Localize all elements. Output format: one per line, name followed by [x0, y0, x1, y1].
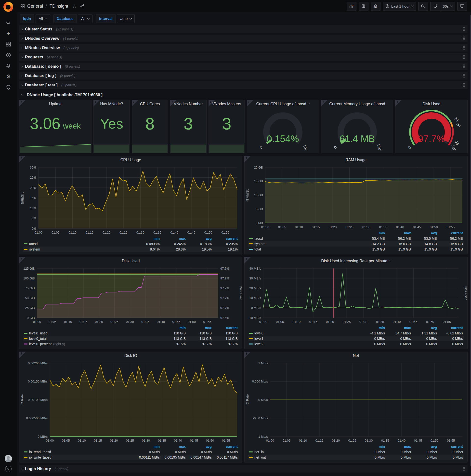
refresh-interval-dropdown[interactable]: 30s	[440, 2, 455, 11]
legend-series-name[interactable]: io_read_taosd	[29, 450, 51, 454]
variable-database-value[interactable]: All	[78, 14, 92, 23]
alerting-bell-icon[interactable]	[3, 60, 14, 71]
legend-column-current[interactable]: current	[437, 445, 463, 448]
panel-title[interactable]: Disk Used Increasing Rate per Minute	[245, 257, 467, 265]
legend-series-name[interactable]: taosd	[29, 242, 37, 246]
legend-series-name[interactable]: level0_used	[29, 331, 48, 335]
panel-title[interactable]: CPU Usage	[19, 156, 242, 164]
panel-info-icon[interactable]: i	[19, 156, 26, 162]
legend-column-avg[interactable]: avg	[186, 445, 212, 448]
user-avatar[interactable]	[5, 455, 12, 462]
legend-series-name[interactable]: taosd	[254, 237, 263, 240]
dashboard-settings-button[interactable]: ⚙	[371, 2, 381, 11]
row-login-history[interactable]: › Login History (1 panel)	[19, 465, 468, 473]
chart[interactable]: 0.00200 MB/s0.00150 MB/s0.00100 MB/s0.00…	[19, 360, 242, 462]
create-plus-icon[interactable]: +	[3, 28, 14, 39]
scrollbar[interactable]	[470, 15, 471, 466]
chart[interactable]: 30%25%20%15%10%5%0%01:0001:0501:1001:150…	[19, 164, 242, 254]
legend-series-name[interactable]: system	[29, 247, 40, 251]
row-database-log[interactable]: ›Database: [ log ](5 panels)	[19, 72, 468, 80]
add-panel-button[interactable]	[347, 2, 356, 11]
legend-column-avg[interactable]: avg	[411, 445, 437, 448]
row-database-demo[interactable]: ›Database: [ demo ](5 panels)	[19, 63, 468, 70]
row-requests[interactable]: ›Requests(4 panels)	[19, 53, 468, 61]
legend-column-avg[interactable]: avg	[411, 231, 437, 235]
drag-handle-icon[interactable]	[463, 46, 465, 50]
help-icon[interactable]: ?	[5, 466, 12, 472]
legend-series-name[interactable]: level0_total	[29, 337, 47, 340]
legend-series-name[interactable]: level0	[254, 331, 264, 335]
legend-column-current[interactable]: current	[437, 326, 463, 330]
panel-title[interactable]: Disk Used	[19, 257, 242, 265]
chart[interactable]: 1 Mb/s0.500 Mb/s0 Mb/s-0.50 Mb/s-1 Mb/s0…	[245, 360, 467, 462]
refresh-button[interactable]	[430, 2, 440, 11]
share-icon[interactable]	[80, 4, 84, 8]
chart[interactable]: 20 GB15 GB10 GB5 GB0 MB01:0001:0501:1001…	[245, 164, 467, 254]
panel-info-icon[interactable]: i	[247, 100, 253, 106]
zoom-out-time-button[interactable]	[418, 2, 428, 11]
chart[interactable]: 40 MB/s30 MB/s20 MB/s10 MB/s0 MB/s-10 MB…	[245, 265, 467, 349]
panel-title[interactable]: Uptime	[19, 100, 91, 108]
variable-fqdn-value[interactable]: All	[35, 14, 50, 23]
row-dnode-usage-expanded[interactable]: DNode Usage [ huolinhe-TM1701:6030 ]	[19, 90, 468, 99]
panel-title[interactable]: Net	[245, 352, 467, 360]
panel-title[interactable]: RAM Usage	[245, 156, 467, 164]
legend-column-min[interactable]: min	[359, 231, 385, 235]
legend-column-current[interactable]: current	[212, 237, 238, 240]
chart-canvas[interactable]: 30%25%20%15%10%5%0%01:0001:0501:1001:150…	[19, 164, 242, 236]
legend-column-max[interactable]: max	[385, 326, 411, 330]
panel-info-icon[interactable]: i	[244, 156, 251, 162]
row-dnodes-overview[interactable]: ›DNodes Overview(4 panels)	[19, 34, 468, 42]
server-admin-shield-icon[interactable]	[3, 82, 14, 93]
legend-column-min[interactable]: min	[134, 237, 160, 240]
panel-info-icon[interactable]: i	[93, 100, 100, 106]
search-icon[interactable]	[3, 17, 14, 28]
legend-series-name[interactable]: total	[254, 247, 261, 251]
drag-handle-icon[interactable]	[463, 83, 465, 87]
panel-title[interactable]: Disk Used	[395, 100, 467, 108]
legend-column-max[interactable]: max	[385, 231, 411, 235]
chart-canvas[interactable]: 40 MB/s30 MB/s20 MB/s10 MB/s0 MB/s-10 MB…	[245, 265, 467, 325]
panel-info-icon[interactable]: i	[208, 100, 215, 106]
panel-info-icon[interactable]: i	[19, 100, 26, 106]
drag-handle-icon[interactable]	[463, 55, 465, 59]
legend-series-name[interactable]: level2	[254, 342, 264, 346]
explore-compass-icon[interactable]	[3, 50, 14, 60]
panel-info-icon[interactable]: i	[244, 257, 251, 264]
save-dashboard-button[interactable]	[359, 2, 369, 11]
panel-info-icon[interactable]: i	[19, 352, 26, 358]
chart-canvas[interactable]: 20 GB15 GB10 GB5 GB0 MB01:0001:0501:1001…	[245, 164, 467, 230]
legend-column-min[interactable]: min	[134, 445, 160, 448]
legend-column-current[interactable]: current	[212, 326, 238, 330]
legend-series-name[interactable]: net_in	[254, 450, 264, 454]
legend-column-min[interactable]: min	[359, 445, 385, 448]
legend-column-max[interactable]: max	[385, 445, 411, 448]
row-mnodes-overview[interactable]: ›MNodes Overview(2 panels)	[19, 44, 468, 51]
legend-column-max[interactable]: max	[160, 445, 186, 448]
legend-series-name[interactable]: level1	[254, 337, 264, 340]
row-cluster-status[interactable]: ›Cluster Status(21 panels)	[19, 25, 468, 33]
legend-series-name[interactable]: net_out	[254, 455, 266, 459]
chart-canvas[interactable]: 1 Mb/s0.500 Mb/s0 Mb/s-0.50 Mb/s-1 Mb/s0…	[245, 360, 467, 444]
legend-column-avg[interactable]: avg	[186, 237, 212, 240]
panel-info-icon[interactable]: i	[395, 100, 402, 106]
chart-canvas[interactable]: 125 GiB97.7%100 GiB97.7%75 GiB97.7%50 Gi…	[19, 265, 242, 325]
drag-handle-icon[interactable]	[463, 36, 465, 40]
drag-handle-icon[interactable]	[463, 27, 465, 31]
drag-handle-icon[interactable]	[463, 74, 465, 78]
legend-column-min[interactable]: min	[160, 326, 186, 330]
panel-info-icon[interactable]: i	[19, 257, 26, 264]
panel-title[interactable]: Current CPU Usage of taosd	[247, 100, 319, 108]
panel-info-icon[interactable]: i	[321, 100, 328, 106]
grafana-logo-icon[interactable]	[3, 2, 13, 12]
legend-series-name[interactable]: io_write_taosd	[29, 455, 51, 459]
drag-handle-icon[interactable]	[463, 467, 465, 471]
cycle-view-mode-button[interactable]	[457, 2, 467, 11]
row-database-test[interactable]: ›Database: [ test ](5 panels)	[19, 81, 468, 89]
chart-canvas[interactable]: 0.00200 MB/s0.00150 MB/s0.00100 MB/s0.00…	[19, 360, 242, 444]
panel-info-icon[interactable]: i	[170, 100, 177, 106]
legend-column-min[interactable]: min	[359, 326, 385, 330]
legend-column-current[interactable]: current	[437, 231, 463, 235]
panel-info-icon[interactable]: i	[244, 352, 251, 358]
legend-column-current[interactable]: current	[212, 445, 238, 448]
